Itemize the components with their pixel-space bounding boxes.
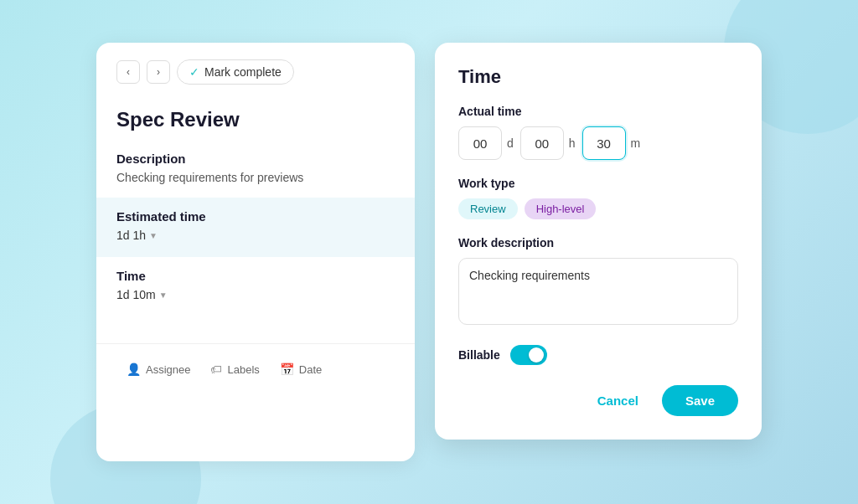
labels-tab[interactable]: 🏷 Labels <box>200 357 269 381</box>
person-icon: 👤 <box>127 363 141 376</box>
left-panel: ‹ › ✓ Mark complete Spec Review Descript… <box>96 43 415 461</box>
cancel-button[interactable]: Cancel <box>584 385 652 416</box>
work-type-tags: Review High-level <box>458 198 738 219</box>
assignee-tab[interactable]: 👤 Assignee <box>116 357 200 381</box>
tag-high-level[interactable]: High-level <box>525 198 597 219</box>
estimated-time-section: Estimated time 1d 1h ▼ <box>96 198 415 257</box>
description-label: Description <box>116 152 395 166</box>
minutes-group: m <box>582 126 641 160</box>
date-tab-label: Date <box>299 363 322 376</box>
modal-actions: Cancel Save <box>458 385 738 416</box>
save-button[interactable]: Save <box>662 385 738 416</box>
description-section: Description Checking requirements for pr… <box>116 152 395 184</box>
chevron-right-icon: › <box>157 66 160 78</box>
mark-complete-button[interactable]: ✓ Mark complete <box>177 59 294 85</box>
billable-section: Billable <box>458 345 738 365</box>
description-value: Checking requirements for previews <box>116 171 395 184</box>
days-group: d <box>458 126 514 160</box>
mark-complete-label: Mark complete <box>204 65 282 79</box>
prev-button[interactable]: ‹ <box>116 60 140 84</box>
tag-icon: 🏷 <box>210 363 222 376</box>
modal-title: Time <box>458 66 738 88</box>
main-container: ‹ › ✓ Mark complete Spec Review Descript… <box>96 43 762 461</box>
toggle-slider <box>510 345 547 365</box>
minutes-input[interactable] <box>582 126 626 160</box>
time-value: 1d 10m ▼ <box>116 288 395 301</box>
checkmark-icon: ✓ <box>189 65 199 79</box>
left-panel-body: Spec Review Description Checking require… <box>96 95 415 337</box>
chevron-left-icon: ‹ <box>127 66 130 78</box>
calendar-icon: 📅 <box>280 363 294 376</box>
task-title: Spec Review <box>116 108 395 131</box>
actual-time-label: Actual time <box>458 105 738 118</box>
days-unit: d <box>507 136 514 150</box>
work-type-label: Work type <box>458 177 738 190</box>
time-dropdown-icon[interactable]: ▼ <box>159 291 168 300</box>
hours-input[interactable] <box>520 126 564 160</box>
tag-review[interactable]: Review <box>458 198 518 219</box>
labels-tab-label: Labels <box>227 363 259 376</box>
hours-unit: h <box>569 136 576 150</box>
estimated-time-dropdown-icon[interactable]: ▼ <box>149 231 158 240</box>
actual-time-inputs: d h m <box>458 126 738 160</box>
billable-label: Billable <box>458 348 500 362</box>
work-type-section: Work type Review High-level <box>458 177 738 219</box>
billable-toggle[interactable] <box>510 345 547 365</box>
work-description-label: Work description <box>458 236 738 249</box>
time-label: Time <box>116 269 395 283</box>
footer-tabs: 👤 Assignee 🏷 Labels 📅 Date <box>96 343 415 394</box>
left-panel-header: ‹ › ✓ Mark complete <box>96 43 415 95</box>
time-modal: Time Actual time d h m Work type Review … <box>435 43 762 440</box>
estimated-time-label: Estimated time <box>116 209 395 224</box>
hours-group: h <box>520 126 576 160</box>
assignee-tab-label: Assignee <box>146 363 190 376</box>
time-section: Time 1d 10m ▼ <box>116 257 395 316</box>
minutes-unit: m <box>631 136 641 150</box>
work-description-input[interactable] <box>458 258 738 325</box>
estimated-time-value: 1d 1h ▼ <box>116 229 395 242</box>
next-button[interactable]: › <box>147 60 170 84</box>
work-description-section: Work description <box>458 236 738 328</box>
date-tab[interactable]: 📅 Date <box>270 357 332 381</box>
days-input[interactable] <box>458 126 502 160</box>
